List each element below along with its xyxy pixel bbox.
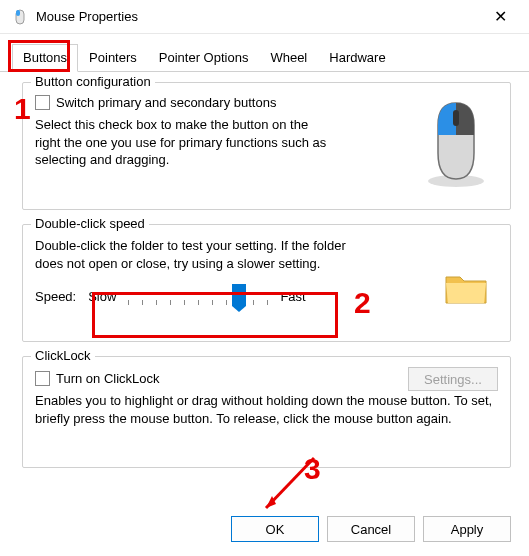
- tab-hardware[interactable]: Hardware: [318, 44, 396, 71]
- svg-rect-1: [16, 10, 20, 16]
- svg-marker-5: [266, 496, 276, 508]
- speed-label: Speed:: [35, 289, 76, 304]
- cancel-button[interactable]: Cancel: [327, 516, 415, 542]
- footer-buttons: OK Cancel Apply: [231, 516, 511, 542]
- tab-buttons[interactable]: Buttons: [12, 44, 78, 72]
- slow-label: Slow: [88, 289, 116, 304]
- tab-pointers[interactable]: Pointers: [78, 44, 148, 71]
- titlebar: Mouse Properties ✕: [0, 0, 529, 34]
- checkbox-clicklock[interactable]: [35, 371, 50, 386]
- checkbox-switch-buttons[interactable]: [35, 95, 50, 110]
- checkbox-clicklock-label: Turn on ClickLock: [56, 371, 160, 386]
- tab-wheel[interactable]: Wheel: [259, 44, 318, 71]
- button-config-description: Select this check box to make the button…: [35, 116, 335, 169]
- checkbox-switch-buttons-label: Switch primary and secondary buttons: [56, 95, 276, 110]
- mouse-preview-image: [420, 97, 492, 189]
- ok-button[interactable]: OK: [231, 516, 319, 542]
- group-label-clicklock: ClickLock: [31, 348, 95, 363]
- group-label-button-config: Button configuration: [31, 74, 155, 89]
- double-click-description: Double-click the folder to test your set…: [35, 237, 375, 272]
- group-clicklock: ClickLock Turn on ClickLock Settings... …: [22, 356, 511, 468]
- mouse-icon: [12, 9, 28, 25]
- group-double-click: Double-click speed Double-click the fold…: [22, 224, 511, 342]
- tab-strip: Buttons Pointers Pointer Options Wheel H…: [0, 34, 529, 72]
- fast-label: Fast: [280, 289, 305, 304]
- slider-thumb[interactable]: [232, 284, 246, 306]
- close-button[interactable]: ✕: [479, 2, 521, 32]
- clicklock-description: Enables you to highlight or drag without…: [35, 392, 495, 427]
- tab-pointer-options[interactable]: Pointer Options: [148, 44, 260, 71]
- content-area: Button configuration Switch primary and …: [0, 72, 529, 492]
- group-button-config: Button configuration Switch primary and …: [22, 82, 511, 210]
- svg-rect-3: [453, 110, 459, 126]
- window-title: Mouse Properties: [36, 9, 479, 24]
- double-click-slider[interactable]: [128, 286, 268, 306]
- clicklock-settings-button: Settings...: [408, 367, 498, 391]
- apply-button[interactable]: Apply: [423, 516, 511, 542]
- folder-test-icon[interactable]: [444, 269, 488, 307]
- group-label-double-click: Double-click speed: [31, 216, 149, 231]
